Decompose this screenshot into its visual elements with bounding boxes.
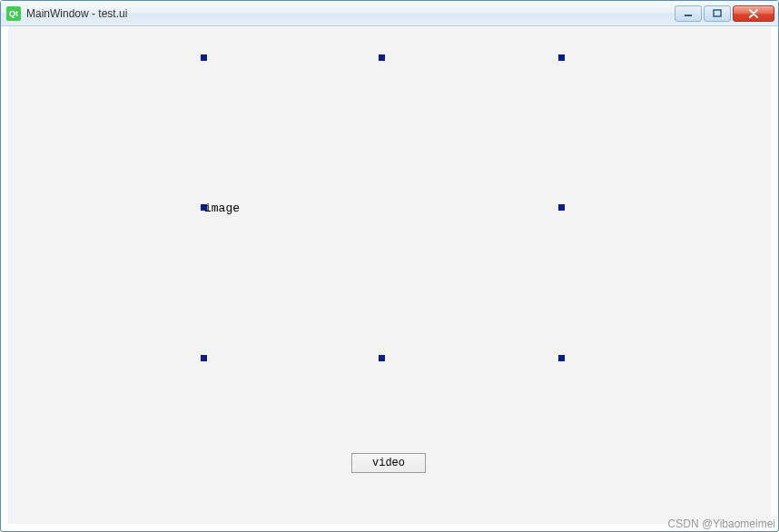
form-designer-canvas[interactable]: image video [8, 26, 771, 524]
maximize-button[interactable] [704, 5, 731, 22]
qt-app-icon: Qt [6, 6, 21, 21]
selection-handle[interactable] [558, 204, 565, 211]
selection-handle[interactable] [201, 54, 207, 61]
window-controls [675, 5, 774, 22]
svg-rect-1 [714, 10, 721, 16]
video-button-label: video [372, 457, 405, 469]
svg-rect-0 [685, 15, 692, 16]
selection-handle[interactable] [558, 54, 565, 61]
selection-handle[interactable] [379, 355, 385, 361]
selection-handle[interactable] [379, 54, 385, 61]
titlebar[interactable]: Qt MainWindow - test.ui [1, 1, 778, 26]
image-widget-label[interactable]: image [204, 202, 240, 215]
watermark-text: CSDN @Yibaomeimei [668, 517, 775, 530]
selection-handle[interactable] [558, 355, 565, 361]
video-button[interactable]: video [351, 453, 426, 473]
window-title: MainWindow - test.ui [26, 7, 675, 20]
selection-handle[interactable] [201, 355, 207, 361]
close-button[interactable] [733, 5, 774, 22]
application-window: Qt MainWindow - test.ui image video [0, 0, 779, 532]
minimize-button[interactable] [675, 5, 702, 22]
